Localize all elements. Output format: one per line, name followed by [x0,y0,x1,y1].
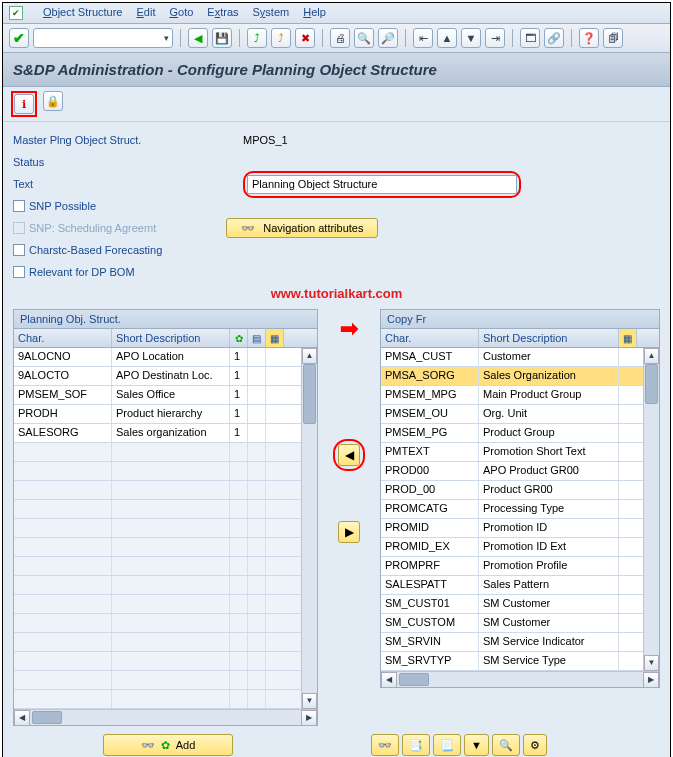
lock-icon[interactable]: 🔒 [43,91,63,111]
dpbom-checkbox[interactable] [13,266,25,278]
annotation-arrow: ➡ [340,318,358,340]
watermark: www.tutorialkart.com [13,286,660,301]
right-col-desc[interactable]: Short Description [479,329,619,347]
exit-icon[interactable]: ⤴ [271,28,291,48]
info-icon[interactable]: ℹ [14,94,34,114]
nav-attributes-button[interactable]: 👓 Navigation attributes [226,218,378,238]
page-title: S&DP Administration - Configure Planning… [3,53,670,87]
snp-sched-label: SNP: Scheduling Agreemt [29,222,156,234]
table-row[interactable] [14,519,301,538]
table-row[interactable] [14,633,301,652]
next-page-icon[interactable]: ▼ [461,28,481,48]
left-col-char[interactable]: Char. [14,329,112,347]
back-button[interactable]: ◀ [188,28,208,48]
table-row[interactable] [14,690,301,709]
menu-pick-icon[interactable]: ✔ [9,6,23,20]
left-vscroll[interactable]: ▲ ▼ [301,348,317,709]
table-row[interactable] [14,462,301,481]
find-button[interactable]: 🔍 [492,734,520,756]
table-row[interactable] [14,500,301,519]
table-row[interactable] [14,443,301,462]
table-row[interactable]: SM_CUST01SM Customer [381,595,643,614]
table-row[interactable]: PRODHProduct hierarchy1 [14,405,301,424]
right-hscroll[interactable]: ◀ ▶ [381,671,659,687]
shortcut-icon[interactable]: 🔗 [544,28,564,48]
enter-button[interactable]: ✔ [9,28,29,48]
table-row[interactable]: PMSA_CUSTCustomer [381,348,643,367]
left-col-icon1[interactable]: ✿ [230,329,248,347]
table-row[interactable]: SM_SRVTYPSM Service Type [381,652,643,671]
right-panel: Copy Fr Char. Short Description ▦ PMSA_C… [380,309,660,688]
layout-icon[interactable]: 🗐 [603,28,623,48]
help-icon[interactable]: ❓ [579,28,599,48]
left-panel: Planning Obj. Struct. Char. Short Descri… [13,309,318,726]
charstc-checkbox[interactable] [13,244,25,256]
table-row[interactable]: PROD_00Product GR00 [381,481,643,500]
menu-goto[interactable]: Goto [169,6,193,20]
table-row[interactable]: SALESPATTSales Pattern [381,576,643,595]
right-col-char[interactable]: Char. [381,329,479,347]
left-hscroll[interactable]: ◀ ▶ [14,709,317,725]
table-row[interactable]: SM_SRVINSM Service Indicator [381,633,643,652]
table-row[interactable]: SM_CUSTOMSM Customer [381,614,643,633]
table-row[interactable] [14,652,301,671]
table-row[interactable] [14,671,301,690]
cancel-icon[interactable]: ✖ [295,28,315,48]
new-session-icon[interactable]: 🗔 [520,28,540,48]
table-row[interactable]: 9ALOCNOAPO Location1 [14,348,301,367]
menu-help[interactable]: Help [303,6,326,20]
settings-button[interactable]: ⚙ [523,734,547,756]
prev-page-icon[interactable]: ▲ [437,28,457,48]
menu-extras[interactable]: Extras [207,6,238,20]
table-row[interactable]: PROMCATGProcessing Type [381,500,643,519]
sort-desc-button[interactable]: 📃 [433,734,461,756]
menu-edit[interactable]: Edit [136,6,155,20]
save-button[interactable]: 💾 [212,28,232,48]
table-row[interactable]: SALESORGSales organization1 [14,424,301,443]
table-row[interactable] [14,481,301,500]
add-button[interactable]: 👓 ✿ Add [103,734,233,756]
move-left-button[interactable]: ◀ [338,444,360,466]
snp-possible-checkbox[interactable] [13,200,25,212]
table-row[interactable] [14,576,301,595]
left-col-desc[interactable]: Short Description [112,329,230,347]
table-row[interactable]: PMSA_SORGSales Organization [381,367,643,386]
table-row[interactable]: PMSEM_SOFSales Office1 [14,386,301,405]
table-row[interactable] [14,538,301,557]
first-page-icon[interactable]: ⇤ [413,28,433,48]
right-col-config[interactable]: ▦ [619,329,637,347]
left-col-icon2[interactable]: ▤ [248,329,266,347]
text-input[interactable] [247,175,517,194]
last-page-icon[interactable]: ⇥ [485,28,505,48]
table-row[interactable]: PROMIDPromotion ID [381,519,643,538]
left-col-config[interactable]: ▦ [266,329,284,347]
table-row[interactable]: PMSEM_OUOrg. Unit [381,405,643,424]
status-label: Status [13,156,243,168]
charstc-label: Charstc-Based Forecasting [29,244,162,256]
right-vscroll[interactable]: ▲ ▼ [643,348,659,671]
table-row[interactable]: PMSEM_PGProduct Group [381,424,643,443]
sort-asc-button[interactable]: 📑 [402,734,430,756]
left-panel-title: Planning Obj. Struct. [14,310,317,329]
detail-button[interactable]: 👓 [371,734,399,756]
filter-button[interactable]: ▼ [464,734,489,756]
menu-object-structure[interactable]: Object Structure [43,6,122,20]
table-row[interactable]: PROD00APO Product GR00 [381,462,643,481]
table-row[interactable]: 9ALOCTOAPO Destinatn Loc.1 [14,367,301,386]
glasses-icon: 👓 [141,739,155,752]
table-row[interactable]: PROMID_EXPromotion ID Ext [381,538,643,557]
table-row[interactable]: PMSEM_MPGMain Product Group [381,386,643,405]
table-row[interactable] [14,557,301,576]
table-row[interactable]: PROMPRFPromotion Profile [381,557,643,576]
command-field[interactable] [33,28,173,48]
table-row[interactable] [14,595,301,614]
menu-system[interactable]: System [253,6,290,20]
find-next-icon[interactable]: 🔎 [378,28,398,48]
find-icon[interactable]: 🔍 [354,28,374,48]
back-icon[interactable]: ⤴ [247,28,267,48]
main-toolbar: ✔ ◀ 💾 ⤴ ⤴ ✖ 🖨 🔍 🔎 ⇤ ▲ ▼ ⇥ 🗔 🔗 ❓ 🗐 [3,24,670,53]
move-right-button[interactable]: ▶ [338,521,360,543]
table-row[interactable] [14,614,301,633]
table-row[interactable]: PMTEXTPromotion Short Text [381,443,643,462]
print-icon[interactable]: 🖨 [330,28,350,48]
